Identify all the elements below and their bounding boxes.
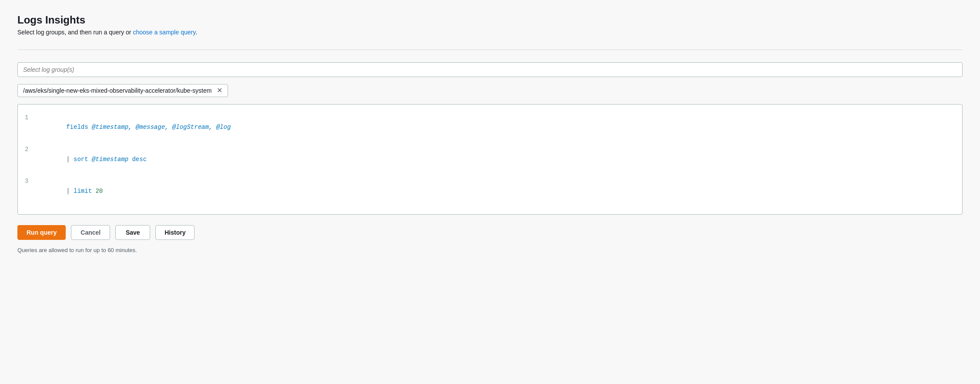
line-content-2: | sort @timestamp desc	[37, 145, 147, 174]
divider	[17, 50, 963, 50]
footer-note: Queries are allowed to run for up to 60 …	[17, 247, 963, 253]
save-button[interactable]: Save	[115, 225, 150, 240]
line-content-3: | limit 20	[37, 176, 103, 205]
button-row: Run query Cancel Save History	[17, 225, 963, 240]
log-group-tag: /aws/eks/single-new-eks-mixed-observabil…	[17, 84, 228, 97]
query-editor[interactable]: 1 fields @timestamp, @message, @logStrea…	[17, 104, 963, 215]
line-number-2: 2	[25, 145, 37, 154]
line-number-3: 3	[25, 176, 37, 186]
log-group-input[interactable]	[17, 62, 963, 77]
sample-query-link[interactable]: choose a sample query	[133, 29, 195, 36]
subtitle-period: .	[195, 29, 197, 36]
keyword-fields: fields	[66, 124, 92, 131]
query-line-3: 3 | limit 20	[18, 175, 962, 207]
log-group-tag-close-button[interactable]: ✕	[217, 87, 222, 94]
line-number-1: 1	[25, 113, 37, 122]
page-subtitle: Select log groups, and then run a query …	[17, 29, 963, 36]
cancel-button[interactable]: Cancel	[71, 225, 110, 240]
line-content-1: fields @timestamp, @message, @logStream,…	[37, 113, 231, 142]
limit-value: 20	[95, 188, 103, 195]
pipe-3: |	[66, 188, 74, 195]
sort-field: @timestamp	[92, 156, 132, 163]
keyword-desc: desc	[132, 156, 147, 163]
page-container: Logs Insights Select log groups, and the…	[0, 0, 980, 384]
run-query-button[interactable]: Run query	[17, 225, 66, 240]
query-line-2: 2 | sort @timestamp desc	[18, 143, 962, 175]
log-group-tag-text: /aws/eks/single-new-eks-mixed-observabil…	[23, 87, 211, 94]
keyword-sort: sort	[74, 156, 92, 163]
subtitle-text: Select log groups, and then run a query …	[17, 29, 133, 36]
history-button[interactable]: History	[155, 225, 195, 240]
pipe-2: |	[66, 156, 74, 163]
field-names: @timestamp, @message, @logStream, @log	[92, 124, 231, 131]
query-line-1: 1 fields @timestamp, @message, @logStrea…	[18, 111, 962, 143]
log-group-select-container	[17, 62, 963, 77]
page-title: Logs Insights	[17, 14, 963, 26]
keyword-limit: limit	[74, 188, 95, 195]
